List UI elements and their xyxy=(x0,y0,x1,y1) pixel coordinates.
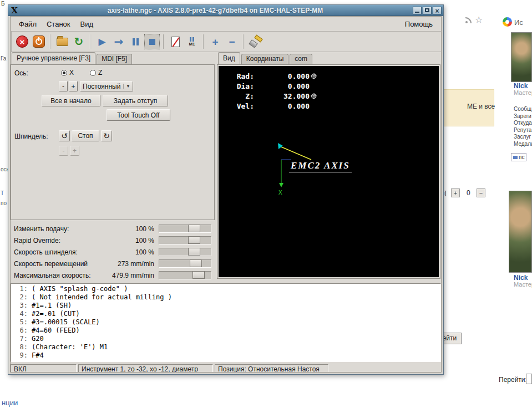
jog-increment-dropdown[interactable]: Постоянный ▼ xyxy=(80,81,133,91)
slider-handle[interactable] xyxy=(188,236,200,244)
menu-help[interactable]: Помощь xyxy=(400,18,438,30)
page-text-fragment: Т xyxy=(1,190,4,196)
spindle-label: Шпиндель: xyxy=(14,132,48,140)
gcode-line[interactable]: 9:F#4 xyxy=(11,351,440,360)
reload-button[interactable] xyxy=(71,34,87,49)
footer-link[interactable]: нции xyxy=(2,399,18,407)
home-all-button[interactable]: Все в начало xyxy=(42,95,100,106)
spindle-forward-button[interactable]: ↻ xyxy=(101,130,112,141)
menu-file[interactable]: Файл xyxy=(14,18,42,30)
jog-speed-slider[interactable] xyxy=(159,259,211,268)
rapid-override-slider[interactable] xyxy=(159,236,211,244)
max-velocity-slider[interactable] xyxy=(159,271,211,279)
close-button[interactable] xyxy=(433,7,442,14)
user-role: Мастер xyxy=(514,89,532,96)
avatar xyxy=(509,191,532,273)
gcode-line[interactable]: 7:G20 xyxy=(11,335,440,343)
star-icon[interactable] xyxy=(475,14,483,25)
x11-logo-icon xyxy=(10,6,19,16)
goto-select[interactable] xyxy=(526,374,532,384)
gcode-line[interactable]: 6:#4=60 (FEED) xyxy=(11,327,440,335)
max-velocity-label: Максимальная скорость: xyxy=(14,272,91,279)
minimize-button[interactable] xyxy=(413,7,422,14)
stop-button[interactable] xyxy=(144,34,160,49)
step-button[interactable] xyxy=(111,34,126,49)
spindle-override-value: 100 % xyxy=(80,248,154,256)
optional-pause-button[interactable]: M1 xyxy=(184,34,200,49)
pause-button[interactable] xyxy=(128,34,143,49)
maximize-icon xyxy=(425,8,429,12)
zoom-out-button[interactable]: − xyxy=(224,34,240,49)
gcode-line[interactable]: 5:#3=.00015 (SCALE) xyxy=(11,318,440,327)
gcode-line[interactable]: 2:( Not intended for actual milling ) xyxy=(11,293,440,302)
feed-override-slider[interactable] xyxy=(159,225,211,233)
rep-minus-button[interactable]: − xyxy=(477,188,485,197)
slider-handle[interactable] xyxy=(190,259,202,267)
zoom-in-button[interactable]: + xyxy=(207,34,223,49)
run-button[interactable] xyxy=(94,34,110,49)
gcode-line[interactable]: 4:#2=.01 (CUT) xyxy=(11,310,440,318)
profile-field-label: Откуда xyxy=(514,120,532,127)
spindle-faster-button[interactable]: + xyxy=(70,146,79,156)
jog-minus-button[interactable]: - xyxy=(59,81,68,91)
axis-x-radio[interactable]: X xyxy=(61,69,74,77)
gcode-line[interactable]: 1:( AXIS "splash g-code" ) xyxy=(11,285,440,293)
menu-view[interactable]: Вид xyxy=(75,18,99,30)
statusbar: ВКЛ Инструмент 1, zo -32, xo -12, диамет… xyxy=(11,364,441,373)
tool-touch-off-button[interactable]: Tool Touch Off xyxy=(107,109,170,121)
jog-increment-value: Постоянный xyxy=(83,83,120,90)
status-machine-state: ВКЛ xyxy=(11,364,77,373)
google-icon[interactable] xyxy=(503,17,512,27)
close-icon xyxy=(435,6,439,16)
line-text: #3=.00015 (SCALE) xyxy=(32,318,100,327)
pause-icon xyxy=(133,38,139,45)
menu-machine[interactable]: Станок xyxy=(42,18,75,30)
open-file-button[interactable] xyxy=(54,34,70,49)
user-role: Мастер xyxy=(514,281,532,288)
backplot-preview[interactable]: Rad: 0.000 Dia: 0.000 Z: 32.000 xyxy=(219,66,439,277)
spindle-override-slider[interactable] xyxy=(159,248,211,256)
tab-preview[interactable]: Вид xyxy=(218,52,240,64)
spindle-reverse-icon: ↺ xyxy=(61,131,68,140)
slider-handle[interactable] xyxy=(192,271,205,279)
skip-lines-button[interactable] xyxy=(168,34,183,49)
username-link[interactable]: Nick xyxy=(514,82,528,90)
tab-manual-control[interactable]: Ручное управление [F3] xyxy=(12,52,95,64)
gcode-line[interactable]: 3:#1=.1 (SH) xyxy=(11,302,440,310)
toolbar-separator xyxy=(50,34,51,49)
spindle-reverse-button[interactable]: ↺ xyxy=(59,130,70,141)
username-link[interactable]: Nick xyxy=(514,274,528,282)
gcode-listing[interactable]: 1:( AXIS "splash g-code" ) 2:( Not inten… xyxy=(11,283,441,362)
tab-com[interactable]: com xyxy=(290,54,312,64)
spindle-stop-button[interactable]: Стоп xyxy=(72,130,99,141)
post-text-fragment: МЕ и все xyxy=(467,103,495,110)
optional-pause-icon: M1 xyxy=(189,37,195,47)
max-velocity-value: 479.9 mm/min xyxy=(80,272,154,279)
profile-field-label: Репута xyxy=(514,127,532,134)
tab-mdi[interactable]: MDI [F5] xyxy=(97,54,132,64)
search-link[interactable]: Ис xyxy=(514,18,523,27)
estop-button[interactable] xyxy=(14,34,30,49)
skip-lines-icon xyxy=(171,37,180,47)
line-text: (Character: 'E') M1 xyxy=(32,343,108,351)
clear-plot-button[interactable] xyxy=(247,34,263,49)
feed-override-row: Изменить подачу: 100 % xyxy=(11,223,215,235)
gcode-line[interactable]: 8:(Character: 'E') M1 xyxy=(11,343,440,351)
rss-icon[interactable] xyxy=(464,16,473,24)
tab-dro[interactable]: Координаты xyxy=(241,54,289,64)
radio-icon xyxy=(90,70,96,76)
axis-z-radio[interactable]: Z xyxy=(90,69,102,77)
machine-power-button[interactable] xyxy=(31,34,47,49)
maximize-button[interactable] xyxy=(423,7,432,14)
rapid-override-value: 100 % xyxy=(80,237,154,244)
slider-handle[interactable] xyxy=(188,248,200,256)
titlebar[interactable]: axis-lathe.ngc - AXIS 2.8.0-pre1-42-g7db… xyxy=(8,5,443,16)
pm-button[interactable]: пс xyxy=(511,153,526,161)
touch-off-button[interactable]: Задать отступ xyxy=(103,95,168,106)
minus-icon: − xyxy=(229,37,235,47)
spindle-slower-button[interactable]: - xyxy=(59,146,68,156)
rep-plus-button[interactable]: + xyxy=(451,188,460,197)
jog-plus-button[interactable]: + xyxy=(69,81,78,91)
slider-handle[interactable] xyxy=(188,225,200,232)
profile-field-label: Заслуг xyxy=(514,134,532,141)
